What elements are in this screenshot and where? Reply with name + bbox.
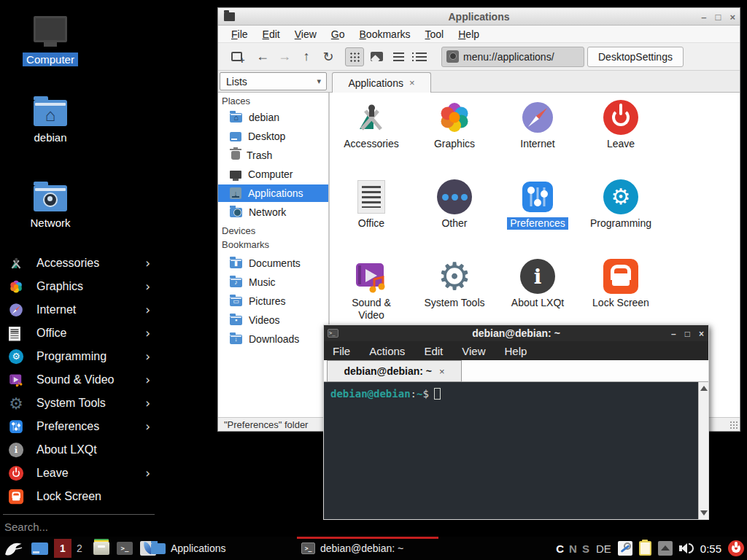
menu-item-graphics[interactable]: Graphics › [0, 275, 158, 298]
workspace-1-button[interactable]: 1 [54, 539, 71, 558]
app-graphics[interactable]: Graphics [414, 100, 495, 150]
menu-item-about-lxqt[interactable]: i About LXQt [0, 438, 158, 462]
fm-menu-bookmarks[interactable]: Bookmarks [354, 27, 417, 42]
quicklaunch-terminal[interactable]: >_ [117, 542, 133, 555]
sidebar-item-desktop[interactable]: Desktop [218, 128, 328, 145]
term-menu-view[interactable]: View [462, 345, 485, 357]
scroll-down-icon[interactable] [700, 510, 708, 516]
fm-titlebar[interactable]: Applications – □ × [218, 8, 740, 26]
tab-close-icon[interactable]: × [409, 77, 415, 88]
up-button[interactable]: ↑ [295, 47, 317, 67]
desktop-icon-debian[interactable]: ⌂ debian [20, 100, 81, 144]
app-leave[interactable]: Leave [581, 100, 661, 150]
fm-menu-tool[interactable]: Tool [419, 27, 450, 42]
sidebar-item-applications[interactable]: ↓Applications [218, 184, 328, 202]
main-menu-button[interactable] [3, 537, 25, 559]
sidebar-item-pictures[interactable]: ▭Pictures [218, 292, 328, 310]
new-tab-button[interactable] [225, 47, 247, 67]
desktop-icon-network[interactable]: Network [20, 185, 81, 230]
forward-button[interactable]: → [274, 47, 295, 67]
tab-close-icon[interactable]: × [439, 366, 445, 377]
detailed-list-view-button[interactable] [387, 47, 409, 67]
fm-menu-file[interactable]: File [225, 27, 254, 42]
num-indicator: N [569, 542, 577, 555]
app-other[interactable]: Other [414, 179, 495, 230]
app-about-lxqt[interactable]: i About LXQt [498, 259, 578, 309]
minimize-button[interactable]: – [671, 330, 676, 338]
desktop-icon-computer[interactable]: Computer [20, 16, 81, 66]
tab-applications[interactable]: Applications × [332, 72, 431, 93]
workspace-2-button[interactable]: 2 [73, 539, 86, 558]
back-button[interactable]: ← [252, 47, 274, 67]
scroll-up-icon[interactable] [700, 386, 708, 391]
resize-grip[interactable] [729, 421, 738, 429]
taskbar-task-terminal[interactable]: >_ debian@debian: ~ [301, 537, 438, 560]
close-button[interactable]: × [729, 12, 735, 22]
show-desktop-button[interactable] [31, 542, 48, 555]
compact-view-button[interactable] [409, 47, 431, 67]
menu-item-programming[interactable]: ⚙ Programming › [0, 345, 158, 368]
thumbnail-view-button[interactable] [365, 47, 387, 67]
term-menu-help[interactable]: Help [504, 345, 527, 357]
menu-item-lock-screen[interactable]: Lock Screen [0, 485, 158, 508]
clock[interactable]: 0:55 [700, 542, 721, 555]
fm-menu-help[interactable]: Help [452, 27, 485, 42]
volume-icon[interactable] [679, 543, 694, 553]
close-button[interactable]: × [699, 330, 704, 338]
quicklaunch-file-manager[interactable] [93, 542, 109, 555]
app-preferences[interactable]: Preferences [498, 179, 578, 230]
menu-item-sound-video[interactable]: ♪ Sound & Video › [0, 368, 158, 392]
reload-button[interactable]: ↻ [317, 47, 339, 67]
menu-item-office[interactable]: Office › [0, 322, 158, 345]
desktop-settings-button[interactable]: DesktopSettings [587, 47, 684, 67]
app-office[interactable]: Office [331, 179, 411, 230]
sidebar-item-debian[interactable]: ⌂debian [218, 109, 328, 126]
app-internet[interactable]: Internet [498, 100, 578, 150]
taskbar: 1 2 >_ Applications >_ debian@debian: ~ … [0, 537, 747, 560]
app-accessories[interactable]: Accessories [331, 100, 411, 150]
terminal-titlebar[interactable]: >_ debian@debian: ~ – □ × [324, 325, 708, 341]
menu-item-leave[interactable]: Leave › [0, 462, 158, 485]
menu-item-preferences[interactable]: Preferences › [0, 415, 158, 438]
sidebar-item-trash[interactable]: Trash [218, 147, 328, 164]
sidebar-item-computer[interactable]: Computer [218, 166, 328, 183]
taskbar-task-applications[interactable]: Applications [151, 537, 290, 560]
icon-view-button[interactable] [345, 47, 364, 66]
menu-item-accessories[interactable]: Accessories › [0, 252, 158, 275]
status-text: "Preferences" folder [224, 419, 308, 430]
menu-item-system-tools[interactable]: ⚙ System Tools › [0, 392, 158, 415]
applications-icon: ↓ [230, 187, 241, 199]
app-lock-screen[interactable]: Lock Screen [581, 259, 661, 309]
fm-menu-go[interactable]: Go [325, 27, 351, 42]
fm-menu-edit[interactable]: Edit [257, 27, 286, 42]
maximize-button[interactable]: □ [685, 330, 690, 338]
eject-tray-icon[interactable] [658, 541, 673, 556]
menu-item-internet[interactable]: Internet › [0, 298, 158, 322]
terminal-screen[interactable]: debian@debian:~$ [324, 382, 708, 519]
minimize-button[interactable]: – [701, 12, 706, 22]
sidebar-item-music[interactable]: ♪Music [218, 273, 328, 291]
sidebar-item-documents[interactable]: ▮Documents [218, 254, 328, 272]
side-pane-selector[interactable]: Lists ▾ [220, 72, 327, 90]
app-sound-video[interactable]: Sound & Video [331, 259, 411, 322]
terminal-tab[interactable]: debian@debian: ~ × [327, 360, 462, 382]
app-system-tools[interactable]: ⚙ System Tools [414, 259, 495, 309]
app-programming[interactable]: ⚙ Programming [581, 179, 661, 230]
pictures-folder-icon: ▭ [230, 297, 242, 306]
term-menu-edit[interactable]: Edit [424, 345, 443, 357]
terminal-scrollbar[interactable] [698, 382, 708, 519]
term-menu-file[interactable]: File [333, 345, 350, 357]
maximize-button[interactable]: □ [716, 12, 721, 22]
clipboard-tray-icon[interactable] [639, 541, 651, 556]
sidebar-item-downloads[interactable]: ↓Downloads [218, 330, 328, 348]
menu-search-input[interactable] [4, 518, 150, 534]
keyboard-layout[interactable]: DE [596, 542, 611, 555]
address-bar[interactable]: menu://applications/ [441, 47, 584, 67]
power-button[interactable] [728, 540, 744, 556]
screenshot-tray-icon[interactable] [618, 541, 632, 556]
keyboard-indicators[interactable]: C N S [556, 542, 589, 555]
sidebar-item-network[interactable]: Network [218, 203, 328, 221]
fm-menu-view[interactable]: View [289, 27, 322, 42]
term-menu-actions[interactable]: Actions [369, 345, 405, 357]
sidebar-item-videos[interactable]: ▪Videos [218, 311, 328, 329]
